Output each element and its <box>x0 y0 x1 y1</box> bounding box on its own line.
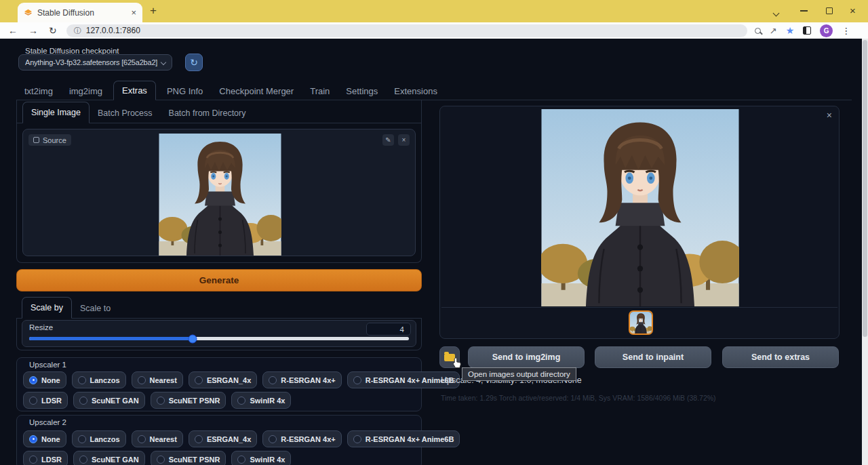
source-image-dropzone[interactable]: Source ✎ × <box>22 129 416 256</box>
checkpoint-dropdown[interactable]: Anything-V3-fp32.safetensors [625a2ba2] <box>18 54 172 70</box>
browser-titlebar: Stable Diffusion × + × <box>0 0 868 22</box>
screen: Stable Diffusion × + × ← → ↻ ⓘ 127.0.0.1… <box>0 0 868 465</box>
upscaler1-option-swinir4x[interactable]: SwinIR 4x <box>231 392 291 409</box>
upscaler1-option-ldsr[interactable]: LDSR <box>23 392 68 409</box>
upscaler2-label: Upscaler 2 <box>29 418 66 426</box>
page-scrollbar[interactable] <box>862 39 868 465</box>
tab-txt2img[interactable]: txt2img <box>19 82 58 100</box>
generate-label: Generate <box>199 275 239 285</box>
window-menu-icon[interactable] <box>774 8 778 17</box>
scrollbar-thumb[interactable] <box>863 40 867 337</box>
radio-icon <box>353 435 361 443</box>
tab-checkpoint-merger[interactable]: Checkpoint Merger <box>214 82 299 100</box>
upscaler2-option-resrgan4x[interactable]: R-ESRGAN 4x+ <box>262 430 341 447</box>
gallery-close-icon[interactable]: × <box>827 110 832 120</box>
source-badge-label: Source <box>43 136 66 144</box>
slider-fill <box>29 337 193 340</box>
send-to-extras-button[interactable]: Send to extras <box>722 346 839 368</box>
profile-avatar[interactable]: G <box>820 24 833 37</box>
send-to-inpaint-button[interactable]: Send to inpaint <box>595 346 711 368</box>
gallery-thumbnail-selected[interactable] <box>629 310 653 335</box>
source-image[interactable] <box>159 134 281 256</box>
share-icon[interactable]: ↗ <box>770 26 777 36</box>
minimize-icon[interactable] <box>800 10 808 12</box>
zoom-icon[interactable] <box>755 28 761 34</box>
scale-by-panel: Resize 4 <box>16 319 422 350</box>
radio-selected-icon <box>29 435 37 443</box>
upscaler2-option-lanczos[interactable]: Lanczos <box>72 430 126 447</box>
url-text: 127.0.0.1:7860 <box>86 26 140 35</box>
checkpoint-value: Anything-V3-fp32.safetensors [625a2ba2] <box>25 58 157 66</box>
resize-value-input[interactable]: 4 <box>366 323 411 336</box>
upscaler2-option-nearest[interactable]: Nearest <box>132 430 183 447</box>
radio-icon <box>78 435 86 443</box>
tab-title: Stable Diffusion <box>37 8 126 18</box>
tab-close-icon[interactable]: × <box>131 8 136 17</box>
side-panel-icon[interactable] <box>803 26 811 35</box>
upscaler2-option-none[interactable]: None <box>23 430 66 447</box>
upscaler1-option-scunet-psnr[interactable]: ScuNET PSNR <box>151 392 226 409</box>
tab-png-info[interactable]: PNG Info <box>161 82 208 100</box>
send-to-img2img-button[interactable]: Send to img2img <box>468 346 585 368</box>
upscaler2-option-esrgan4x[interactable]: ESRGAN_4x <box>189 430 257 447</box>
source-badge: Source <box>28 134 71 146</box>
back-icon[interactable]: ← <box>8 26 18 35</box>
site-info-icon[interactable]: ⓘ <box>74 27 81 35</box>
radio-icon <box>353 376 361 384</box>
upscaler2-option-ldsr[interactable]: LDSR <box>23 451 68 465</box>
upscaler2-block: Upscaler 2 None Lanczos Nearest ESRGAN_4… <box>16 415 422 465</box>
edit-pencil-icon[interactable]: ✎ <box>382 134 394 146</box>
upscaler1-label: Upscaler 1 <box>29 361 66 369</box>
result-gallery: × <box>439 106 840 339</box>
radio-icon <box>195 435 203 443</box>
radio-icon <box>79 397 87 405</box>
main-tabnav: txt2img img2img Extras PNG Info Checkpoi… <box>16 81 852 100</box>
radio-icon <box>157 397 165 405</box>
browser-tab[interactable]: Stable Diffusion × <box>18 3 142 22</box>
scale-tabnav: Scale by Scale to <box>16 300 422 319</box>
tab-train[interactable]: Train <box>304 82 335 100</box>
resize-label: Resize <box>29 323 53 331</box>
tooltip: Open images output directory <box>462 367 576 381</box>
subtab-single-image[interactable]: Single Image <box>22 102 90 123</box>
upscaler1-option-esrgan4x[interactable]: ESRGAN_4x <box>189 371 257 388</box>
radio-selected-icon <box>29 376 37 384</box>
tab-img2img[interactable]: img2img <box>64 82 108 100</box>
clear-image-icon[interactable]: × <box>398 134 410 146</box>
upscaler2-option-resrgan-anime6b[interactable]: R-ESRGAN 4x+ Anime6B <box>347 430 460 447</box>
browser-menu-icon[interactable]: ⋮ <box>842 26 850 36</box>
upscaler2-option-scunet-gan[interactable]: ScuNET GAN <box>73 451 145 465</box>
radio-icon <box>78 376 86 384</box>
window-close-icon[interactable]: × <box>850 5 856 16</box>
radio-icon <box>237 397 245 405</box>
bookmark-star-icon[interactable]: ★ <box>786 25 795 36</box>
tab-scale-by[interactable]: Scale by <box>22 297 72 319</box>
tab-settings[interactable]: Settings <box>340 82 383 100</box>
restore-icon[interactable] <box>826 7 833 14</box>
radio-icon <box>269 376 277 384</box>
resize-slider[interactable] <box>29 337 409 340</box>
performance-info-text: Time taken: 1.29s Torch active/reserved:… <box>441 394 716 402</box>
tab-extras[interactable]: Extras <box>113 81 156 100</box>
upscaler2-option-swinir4x[interactable]: SwinIR 4x <box>231 451 291 465</box>
upscaler1-option-none[interactable]: None <box>23 371 66 388</box>
upscaler1-option-lanczos[interactable]: Lanczos <box>72 371 126 388</box>
result-image[interactable] <box>541 109 739 306</box>
extras-subtabs: Single Image Batch Process Batch from Di… <box>17 100 421 123</box>
upscaler1-option-scunet-gan[interactable]: ScuNET GAN <box>73 392 145 409</box>
tab-scale-to[interactable]: Scale to <box>72 298 119 319</box>
generate-button[interactable]: Generate <box>16 269 422 291</box>
radio-icon <box>138 376 146 384</box>
slider-thumb[interactable] <box>188 334 197 343</box>
refresh-checkpoints-button[interactable]: ↻ <box>185 54 203 71</box>
reload-icon[interactable]: ↻ <box>49 26 57 35</box>
upscaler2-option-scunet-psnr[interactable]: ScuNET PSNR <box>151 451 226 465</box>
subtab-batch-process[interactable]: Batch Process <box>90 103 161 123</box>
upscaler1-option-nearest[interactable]: Nearest <box>132 371 183 388</box>
upscaler1-option-resrgan4x[interactable]: R-ESRGAN 4x+ <box>262 371 341 388</box>
tab-extensions[interactable]: Extensions <box>389 82 443 100</box>
subtab-batch-from-directory[interactable]: Batch from Directory <box>161 103 254 123</box>
new-tab-button[interactable]: + <box>150 4 157 18</box>
forward-icon[interactable]: → <box>28 26 38 35</box>
address-bar[interactable]: ⓘ 127.0.0.1:7860 <box>66 24 747 37</box>
